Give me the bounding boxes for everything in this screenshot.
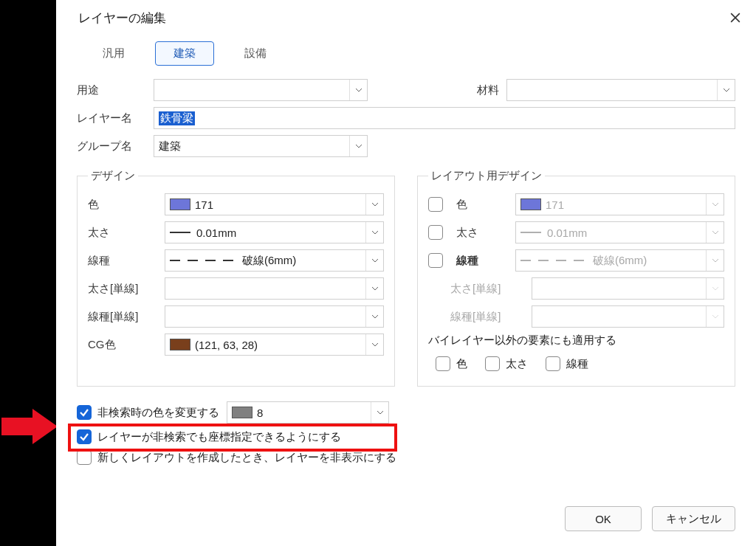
label-apply-linetype: 線種 [566, 357, 588, 371]
checkbox-change-nonsearch-color[interactable] [77, 405, 92, 420]
chevron-down-icon [706, 222, 724, 243]
check-icon [79, 407, 89, 418]
chevron-down-icon [371, 402, 388, 423]
combo-thick-single[interactable] [165, 277, 384, 300]
combo-cg-color-value: (121, 63, 28) [195, 339, 258, 351]
label-apply-other: バイレイヤー以外の要素にも適用する [428, 334, 724, 348]
swatch-color [170, 198, 190, 210]
combo-group-name[interactable]: 建築 [154, 135, 368, 157]
combo-layout-linetype-single [532, 305, 724, 328]
combo-color[interactable]: 171 [165, 193, 384, 215]
label-layout-thickness: 太さ [456, 226, 508, 240]
combo-layout-thickness[interactable]: 0.01mm [515, 221, 724, 243]
chevron-down-icon [706, 278, 724, 299]
chevron-down-icon [365, 250, 383, 271]
combo-nonsearch-color[interactable]: 8 [227, 401, 389, 424]
chevron-down-icon [706, 194, 724, 215]
label-cg-color: CG色 [88, 338, 157, 352]
label-linetype: 線種 [88, 254, 157, 268]
line-sample-icon [170, 232, 190, 233]
checkbox-hide-on-new-layout[interactable] [77, 450, 92, 465]
chevron-down-icon [349, 80, 367, 100]
legend-layout-design: レイアウト用デザイン [428, 169, 545, 183]
combo-material[interactable] [506, 79, 735, 101]
close-icon [730, 13, 740, 23]
label-use: 用途 [77, 83, 146, 97]
combo-layout-linetype-value: 破線(6mm) [593, 254, 647, 268]
combo-layout-color[interactable]: 171 [515, 193, 724, 215]
input-layer-name-value: 鉄骨梁 [159, 111, 195, 125]
dash-sample-icon [520, 260, 587, 261]
label-group-name: グループ名 [77, 139, 146, 153]
label-linetype-single: 線種[単線] [88, 310, 157, 324]
input-layer-name[interactable]: 鉄骨梁 [154, 107, 735, 129]
combo-linetype-value: 破線(6mm) [242, 254, 296, 268]
label-change-nonsearch-color: 非検索時の色を変更する [97, 406, 219, 420]
combo-linetype-single[interactable] [165, 305, 384, 328]
label-apply-color: 色 [456, 357, 467, 371]
tab-architecture[interactable]: 建築 [155, 41, 214, 66]
label-hide-on-new-layout: 新しくレイアウトを作成したとき、レイヤーを非表示にする [97, 451, 396, 465]
legend-design: デザイン [88, 169, 138, 183]
swatch-cg-color [170, 339, 190, 350]
combo-layout-color-value: 171 [546, 198, 564, 211]
swatch-layout-color [520, 198, 541, 210]
label-apply-thickness: 太さ [506, 357, 528, 371]
chevron-down-icon [365, 334, 383, 355]
label-material: 材料 [455, 83, 499, 97]
chevron-down-icon [365, 222, 383, 243]
label-thickness: 太さ [88, 226, 157, 240]
check-icon [79, 432, 89, 442]
group-layout-design: レイアウト用デザイン 色 171 太さ 0.01mm [417, 169, 735, 387]
checkbox-apply-linetype[interactable] [546, 356, 560, 371]
tab-equipment[interactable]: 設備 [226, 41, 285, 66]
swatch-nonsearch-color [232, 407, 252, 418]
checkbox-coord-on-nonsearch[interactable] [77, 429, 92, 444]
combo-nonsearch-color-value: 8 [257, 407, 263, 419]
combo-layout-linetype[interactable]: 破線(6mm) [515, 249, 724, 272]
label-layout-color: 色 [456, 198, 508, 212]
label-coord-on-nonsearch: レイヤーが非検索でも座標指定できるようにする [97, 430, 341, 444]
close-button[interactable] [725, 7, 746, 28]
label-layout-thick-single: 太さ[単線] [450, 282, 524, 296]
ok-button[interactable]: OK [565, 506, 642, 531]
chevron-down-icon [717, 80, 735, 100]
combo-layout-thick-single [532, 277, 724, 300]
checkbox-apply-color[interactable] [436, 356, 450, 371]
label-color: 色 [88, 198, 157, 212]
combo-group-name-value: 建築 [159, 139, 181, 153]
checkbox-layout-thickness[interactable] [428, 225, 443, 240]
chevron-down-icon [349, 136, 367, 156]
combo-color-value: 171 [195, 198, 213, 211]
tab-bar: 汎用 建築 設備 [77, 34, 735, 79]
label-thick-single: 太さ[単線] [88, 282, 157, 296]
chevron-down-icon [706, 250, 724, 271]
chevron-down-icon [365, 194, 383, 215]
combo-thickness-value: 0.01mm [196, 227, 236, 239]
combo-cg-color[interactable]: (121, 63, 28) [165, 334, 384, 356]
group-design: デザイン 色 171 太さ 0.01mm [77, 169, 395, 387]
combo-thickness[interactable]: 0.01mm [165, 221, 384, 243]
cancel-button[interactable]: キャンセル [652, 506, 735, 531]
combo-use[interactable] [154, 79, 368, 101]
tab-general[interactable]: 汎用 [84, 41, 143, 66]
label-layout-linetype-single: 線種[単線] [450, 310, 524, 324]
checkbox-layout-color[interactable] [428, 197, 443, 212]
combo-layout-thickness-value: 0.01mm [547, 227, 587, 239]
chevron-down-icon [365, 306, 383, 327]
dash-sample-icon [170, 260, 236, 261]
line-sample-icon [520, 232, 541, 233]
checkbox-layout-linetype[interactable] [428, 253, 443, 268]
label-layer-name: レイヤー名 [77, 111, 146, 125]
dialog-title: レイヤーの編集 [78, 10, 725, 27]
chevron-down-icon [706, 306, 724, 327]
combo-linetype[interactable]: 破線(6mm) [165, 249, 384, 272]
checkbox-apply-thickness[interactable] [485, 356, 500, 371]
chevron-down-icon [365, 278, 383, 299]
label-layout-linetype: 線種 [456, 254, 508, 268]
